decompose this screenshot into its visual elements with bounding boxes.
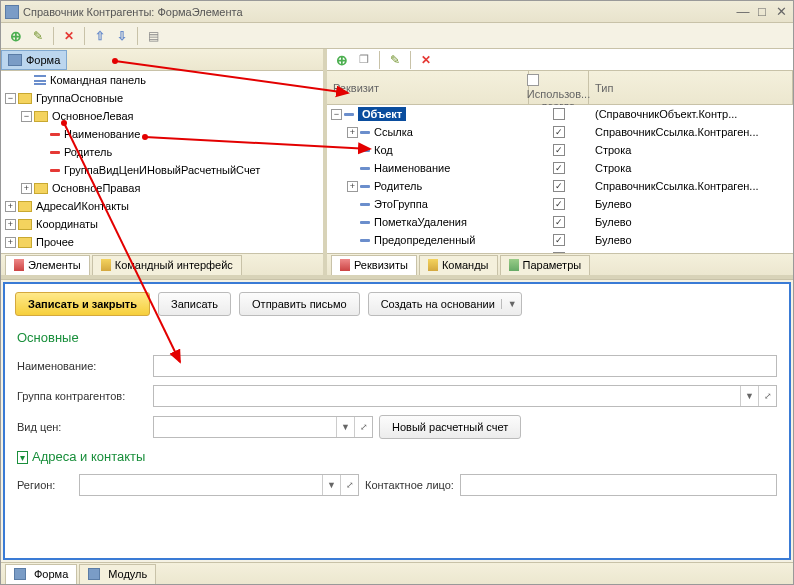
checkbox[interactable]: ✓ bbox=[553, 162, 565, 174]
node-label: Командная панель bbox=[50, 74, 146, 86]
tree-header-cell[interactable]: Форма bbox=[1, 50, 67, 70]
attr-type: СправочникСсылка.Контраген... bbox=[589, 180, 793, 192]
checkbox[interactable]: ✓ bbox=[553, 216, 565, 228]
label-price: Вид цен: bbox=[17, 421, 147, 433]
tree-node[interactable]: +АдресаИКонтакты bbox=[1, 197, 323, 215]
attr-edit-button[interactable]: ✎ bbox=[386, 51, 404, 69]
attr-row[interactable]: +Ссылка✓СправочникСсылка.Контраген... bbox=[327, 123, 793, 141]
checkbox[interactable]: ✓ bbox=[553, 180, 565, 192]
checkbox[interactable]: ✓ bbox=[553, 126, 565, 138]
open-icon[interactable]: ⤢ bbox=[354, 417, 372, 437]
attr-row[interactable]: Предопределенный✓Булево bbox=[327, 231, 793, 249]
input-contact[interactable] bbox=[460, 474, 777, 496]
collapse-icon[interactable]: − bbox=[21, 111, 32, 122]
checkbox[interactable]: ✓ bbox=[553, 198, 565, 210]
expand-icon[interactable]: + bbox=[347, 181, 358, 192]
open-icon[interactable]: ⤢ bbox=[758, 386, 776, 406]
input-price[interactable]: ▼⤢ bbox=[153, 416, 373, 438]
footer-tab-Форма[interactable]: Форма bbox=[5, 564, 77, 584]
add-button[interactable]: ⊕ bbox=[7, 27, 25, 45]
node-label: ГруппаВидЦенИНовыйРасчетныйСчет bbox=[64, 164, 260, 176]
chevron-down-icon[interactable]: ▼ bbox=[336, 417, 354, 437]
tree-node[interactable]: +ОсновноеПравая bbox=[1, 179, 323, 197]
down-button[interactable]: ⇩ bbox=[113, 27, 131, 45]
separator bbox=[379, 51, 380, 69]
expand-icon[interactable]: + bbox=[347, 127, 358, 138]
open-icon[interactable]: ⤢ bbox=[340, 475, 358, 495]
arrow-down-icon: ⇩ bbox=[117, 29, 127, 43]
row-price: Вид цен: ▼⤢ Новый расчетный счет bbox=[5, 411, 789, 443]
attr-copy-button[interactable]: ❐ bbox=[355, 51, 373, 69]
expand-icon[interactable]: + bbox=[5, 237, 16, 248]
collapse-icon[interactable]: − bbox=[5, 93, 16, 104]
tree-node[interactable]: +Прочее bbox=[1, 233, 323, 251]
up-button[interactable]: ⇧ bbox=[91, 27, 109, 45]
maximize-button[interactable]: □ bbox=[754, 4, 770, 19]
folder-icon bbox=[18, 201, 32, 212]
field-icon bbox=[50, 169, 60, 172]
tab-icon bbox=[509, 259, 519, 271]
form-preview: Записать и закрыть Записать Отправить пи… bbox=[1, 279, 793, 584]
new-account-button[interactable]: Новый расчетный счет bbox=[379, 415, 521, 439]
tree-node[interactable]: +Координаты bbox=[1, 215, 323, 233]
col-use-always[interactable]: Использов... всегда bbox=[529, 71, 589, 104]
chevron-down-icon[interactable]: ▼ bbox=[740, 386, 758, 406]
tab-Параметры[interactable]: Параметры bbox=[500, 255, 591, 275]
field-icon bbox=[50, 151, 60, 154]
expand-icon[interactable]: + bbox=[21, 183, 32, 194]
attr-row[interactable]: −Объект(СправочникОбъект.Контр... bbox=[327, 105, 793, 123]
tree-node[interactable]: Наименование bbox=[1, 125, 323, 143]
properties-button[interactable]: ▤ bbox=[144, 27, 162, 45]
footer-tab-Модуль[interactable]: Модуль bbox=[79, 564, 156, 584]
collapse-icon[interactable]: − bbox=[331, 109, 342, 120]
chevron-down-icon[interactable]: ▼ bbox=[322, 475, 340, 495]
expand-icon[interactable]: + bbox=[5, 201, 16, 212]
checkbox-icon bbox=[527, 74, 539, 86]
attr-row[interactable]: +Родитель✓СправочникСсылка.Контраген... bbox=[327, 177, 793, 195]
send-mail-button[interactable]: Отправить письмо bbox=[239, 292, 360, 316]
input-region[interactable]: ▼⤢ bbox=[79, 474, 359, 496]
checkbox[interactable]: ✓ bbox=[553, 234, 565, 246]
checkbox[interactable] bbox=[553, 108, 565, 120]
col-type[interactable]: Тип bbox=[589, 71, 793, 104]
attr-type: Строка bbox=[589, 144, 793, 156]
checkbox[interactable]: ✓ bbox=[553, 144, 565, 156]
group-contacts[interactable]: Адреса и контакты bbox=[17, 449, 777, 464]
col-attribute[interactable]: Реквизит bbox=[327, 71, 529, 104]
tree-node[interactable]: ГруппаВидЦенИНовыйРасчетныйСчет bbox=[1, 161, 323, 179]
tab-Элементы[interactable]: Элементы bbox=[5, 255, 90, 275]
folder-icon bbox=[18, 237, 32, 248]
save-close-button[interactable]: Записать и закрыть bbox=[15, 292, 150, 316]
save-button[interactable]: Записать bbox=[158, 292, 231, 316]
expand-icon[interactable]: + bbox=[5, 219, 16, 230]
attr-delete-button[interactable]: ✕ bbox=[417, 51, 435, 69]
create-based-button[interactable]: Создать на основании▼ bbox=[368, 292, 522, 316]
preview-toolbar: Записать и закрыть Записать Отправить пи… bbox=[5, 284, 789, 324]
input-group[interactable]: ▼⤢ bbox=[153, 385, 777, 407]
minimize-button[interactable]: — bbox=[735, 4, 751, 19]
attr-row[interactable]: Наименование✓Строка bbox=[327, 159, 793, 177]
group-main: Основные bbox=[17, 330, 777, 345]
attr-toolbar: ⊕ ❐ ✎ ✕ bbox=[327, 49, 793, 71]
attr-row[interactable]: ЭтоГруппа✓Булево bbox=[327, 195, 793, 213]
delete-button[interactable]: ✕ bbox=[60, 27, 78, 45]
attr-row[interactable]: Код✓Строка bbox=[327, 141, 793, 159]
tree-node[interactable]: Родитель bbox=[1, 143, 323, 161]
tree-node[interactable]: −ОсновноеЛевая bbox=[1, 107, 323, 125]
window-title: Справочник Контрагенты: ФормаЭлемента bbox=[23, 6, 735, 18]
tab-Реквизиты[interactable]: Реквизиты bbox=[331, 255, 417, 275]
tab-Командный интерфейс[interactable]: Командный интерфейс bbox=[92, 255, 242, 275]
tree-node[interactable]: Командная панель bbox=[1, 71, 323, 89]
edit-button[interactable]: ✎ bbox=[29, 27, 47, 45]
close-button[interactable]: ✕ bbox=[773, 4, 789, 19]
app-window: Справочник Контрагенты: ФормаЭлемента — … bbox=[0, 0, 794, 585]
attr-add-button[interactable]: ⊕ bbox=[333, 51, 351, 69]
attr-tree[interactable]: −Объект(СправочникОбъект.Контр...+Ссылка… bbox=[327, 105, 793, 253]
input-name[interactable] bbox=[153, 355, 777, 377]
node-label: Координаты bbox=[36, 218, 98, 230]
attr-icon bbox=[360, 203, 370, 206]
attr-row[interactable]: ПометкаУдаления✓Булево bbox=[327, 213, 793, 231]
tab-Команды[interactable]: Команды bbox=[419, 255, 498, 275]
form-tree[interactable]: Командная панель−ГруппаОсновные−Основное… bbox=[1, 71, 323, 253]
tree-node[interactable]: −ГруппаОсновные bbox=[1, 89, 323, 107]
